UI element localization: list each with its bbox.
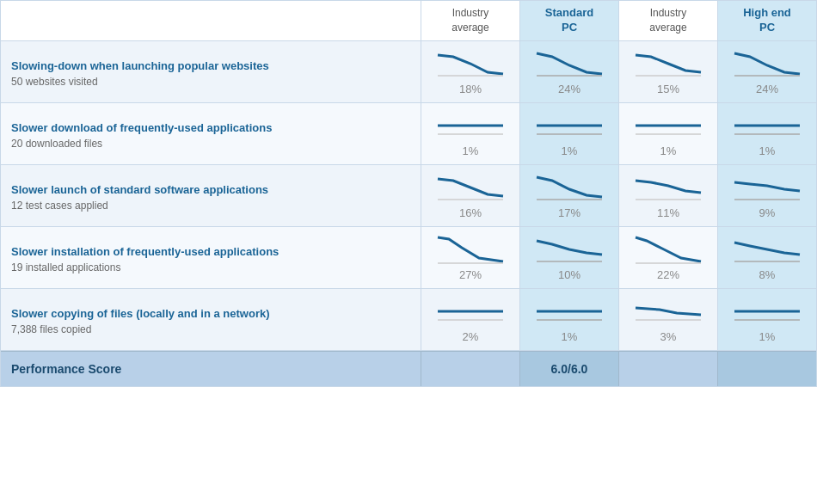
- header-col-standard-pc: StandardPC: [519, 1, 618, 40]
- sparkline-install-4: [733, 234, 802, 265]
- row-launch-col2: 17%: [519, 165, 618, 226]
- row-install-subtitle: 19 installed applications: [11, 261, 410, 274]
- sparkline-launch-1: [436, 172, 505, 203]
- row-websites-title: Slowing-down when launching popular webs…: [11, 59, 410, 72]
- row-download-val2: 1%: [562, 144, 578, 157]
- header-label-col: [1, 1, 421, 40]
- row-download-val4: 1%: [759, 144, 776, 157]
- row-download-col1: 1%: [421, 103, 519, 164]
- row-install-val3: 22%: [657, 268, 679, 281]
- row-copying-col2: 1%: [519, 289, 618, 350]
- sparkline-copying-2: [535, 296, 604, 327]
- row-websites-val4: 24%: [756, 83, 778, 95]
- row-download-subtitle: 20 downloaded files: [11, 138, 410, 150]
- sparkline-copying-3: [634, 296, 703, 327]
- sparkline-launch-2: [535, 172, 604, 203]
- row-launch-subtitle: 12 test cases applied: [11, 200, 410, 212]
- row-websites-val2: 24%: [558, 83, 580, 95]
- sparkline-install-2: [535, 234, 604, 265]
- row-install-label: Slower installation of frequently-used a…: [1, 227, 421, 288]
- header-col-ind-avg-1: Industryaverage: [421, 1, 519, 40]
- row-copying-title: Slower copying of files (locally and in …: [11, 307, 410, 320]
- row-download-val3: 1%: [660, 144, 677, 157]
- row-websites-subtitle: 50 websites visited: [11, 76, 410, 88]
- row-install-val2: 10%: [558, 268, 580, 281]
- row-launch-val4: 9%: [759, 206, 776, 219]
- sparkline-websites-2: [535, 48, 604, 79]
- sparkline-websites-4: [733, 48, 802, 79]
- row-download-label: Slower download of frequently-used appli…: [1, 103, 421, 164]
- sparkline-install-1: [436, 234, 505, 265]
- row-websites-val3: 15%: [657, 83, 679, 95]
- row-install-val4: 8%: [759, 268, 776, 281]
- row-copying-subtitle: 7,388 files copied: [11, 323, 410, 335]
- row-launch-val1: 16%: [459, 206, 482, 219]
- row-copying-col3: 3%: [618, 289, 717, 350]
- row-websites-col3: 15%: [618, 41, 717, 102]
- footer-col3: [618, 352, 717, 386]
- row-download-col3: 1%: [618, 103, 717, 164]
- row-install-col2: 10%: [519, 227, 618, 288]
- sparkline-websites-1: [436, 48, 505, 79]
- row-copying-val1: 2%: [463, 330, 479, 343]
- row-launch-title: Slower launch of standard software appli…: [11, 183, 410, 196]
- sparkline-copying-4: [733, 296, 802, 327]
- row-copying-col1: 2%: [421, 289, 519, 350]
- row-download-col2: 1%: [519, 103, 618, 164]
- row-launch-label: Slower launch of standard software appli…: [1, 165, 421, 226]
- sparkline-launch-3: [634, 172, 703, 203]
- row-websites-val1: 18%: [459, 83, 482, 95]
- row-install-col3: 22%: [618, 227, 717, 288]
- row-download: Slower download of frequently-used appli…: [1, 103, 816, 165]
- row-install-title: Slower installation of frequently-used a…: [11, 245, 410, 258]
- footer-col4: [717, 352, 816, 386]
- row-install-col1: 27%: [421, 227, 519, 288]
- sparkline-download-4: [733, 110, 802, 141]
- row-download-title: Slower download of frequently-used appli…: [11, 121, 410, 134]
- row-launch-col1: 16%: [421, 165, 519, 226]
- row-websites-col2: 24%: [519, 41, 618, 102]
- row-websites-col4: 24%: [717, 41, 816, 102]
- row-copying-val3: 3%: [660, 330, 677, 343]
- sparkline-download-1: [436, 110, 505, 141]
- row-install: Slower installation of frequently-used a…: [1, 227, 816, 289]
- sparkline-copying-1: [436, 296, 505, 327]
- header-col-ind-avg-2: Industryaverage: [618, 1, 717, 40]
- row-websites: Slowing-down when launching popular webs…: [1, 41, 816, 103]
- sparkline-launch-4: [733, 172, 802, 203]
- row-download-val1: 1%: [463, 144, 479, 157]
- footer-row: Performance Score 6.0/6.0: [1, 351, 816, 386]
- footer-score: 6.0/6.0: [519, 352, 618, 386]
- performance-table: Industryaverage StandardPC Industryavera…: [0, 0, 817, 387]
- row-download-col4: 1%: [717, 103, 816, 164]
- row-copying-label: Slower copying of files (locally and in …: [1, 289, 421, 350]
- row-copying-col4: 1%: [717, 289, 816, 350]
- row-launch-val2: 17%: [558, 206, 580, 219]
- row-launch-col3: 11%: [618, 165, 717, 226]
- row-copying-val2: 1%: [562, 330, 578, 343]
- header-col-high-end-pc: High endPC: [717, 1, 816, 40]
- row-websites-label: Slowing-down when launching popular webs…: [1, 41, 421, 102]
- row-install-col4: 8%: [717, 227, 816, 288]
- header-row: Industryaverage StandardPC Industryavera…: [1, 1, 816, 41]
- footer-col1: [421, 352, 519, 386]
- sparkline-download-3: [634, 110, 703, 141]
- row-install-val1: 27%: [459, 268, 482, 281]
- row-launch-col4: 9%: [717, 165, 816, 226]
- footer-label: Performance Score: [1, 352, 421, 386]
- row-copying-val4: 1%: [759, 330, 776, 343]
- sparkline-download-2: [535, 110, 604, 141]
- row-launch: Slower launch of standard software appli…: [1, 165, 816, 227]
- sparkline-install-3: [634, 234, 703, 265]
- row-websites-col1: 18%: [421, 41, 519, 102]
- row-launch-val3: 11%: [657, 206, 679, 219]
- sparkline-websites-3: [634, 48, 703, 79]
- row-copying: Slower copying of files (locally and in …: [1, 289, 816, 351]
